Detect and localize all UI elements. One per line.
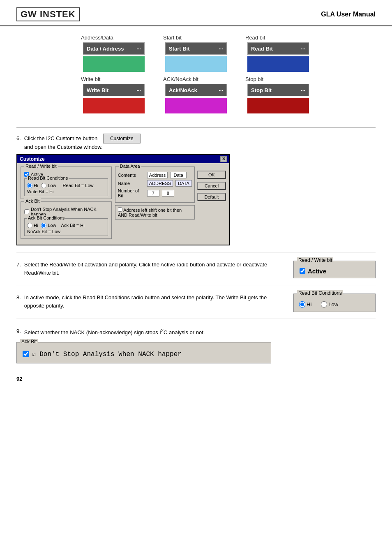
ack-group-title: Ack Bit (24, 199, 41, 204)
chips-row-2: Write bit Write Bit ··· ACK/NoAck bit Ac… (81, 76, 311, 113)
cust-buttons: OK Cancel Default (197, 171, 226, 220)
page-content: Address/Data Data / Address ··· Start bi… (0, 35, 392, 386)
chips-row-1: Address/Data Data / Address ··· Start bi… (81, 35, 311, 72)
ack-dont-stop-label: ☑ Don't Stop Analysis When NACK happer (32, 350, 182, 358)
logo-gw: GW INSTEK (21, 9, 76, 20)
ack-low-radio[interactable] (41, 223, 46, 228)
step-8: 8. In active mode, click the Read Bit Co… (16, 294, 376, 319)
chip-box-start-bit: Start Bit ··· (165, 42, 227, 55)
step-6: 6. Click the I2C Customize button Custom… (16, 134, 376, 252)
rbc-inner-row: Hi Low Read Bit = Low (27, 183, 105, 188)
chip-label-write-bit: Write bit (81, 76, 100, 82)
ack-bit-visual-content: ☑ Don't Stop Analysis When NACK happer (23, 350, 265, 358)
step7-num: 7. (16, 261, 21, 278)
ack-conditions-title: Ack Bit Conditions (27, 215, 65, 220)
dont-stop-checkbox[interactable] (24, 209, 29, 214)
number-of-bit-label: Number of Bit (118, 188, 145, 198)
address-shift-checkbox[interactable] (118, 207, 122, 212)
step8-text-block: 8. In active mode, click the Read Bit Co… (16, 294, 285, 311)
logo: GW INSTEK (16, 7, 80, 21)
chip-color-ack-noack-bit (165, 98, 227, 113)
rbc-visual: Read Bit Conditions Hi Low (293, 294, 376, 312)
ack-conditions-row: Hi Low Ack Bit = Hi (27, 223, 105, 228)
chip-color-stop-bit (247, 98, 309, 113)
chip-box-ack-noack-bit: Ack/NoAck ··· (165, 84, 227, 96)
chip-read-bit: Read bit Read Bit ··· (245, 35, 311, 72)
ack-bit-conditions-inner: Ack Bit Conditions Hi (24, 218, 108, 236)
write-bit-eq: Write Bit = Hi (27, 189, 105, 194)
rw-bit-visual-title: Read / Write bit (297, 257, 333, 263)
chip-label-stop-bit: Stop bit (245, 76, 263, 82)
chip-label-address-data: Address/Data (81, 35, 113, 41)
num-8: 8 (162, 190, 174, 197)
ack-bit-hi: Ack Bit = Hi (61, 223, 85, 228)
chip-box-read-bit: Read Bit ··· (247, 42, 309, 55)
dots-icon: ··· (136, 46, 141, 52)
rw-bit-visual-content: Active (300, 268, 369, 275)
chip-box-stop-bit: Stop Bit ··· (247, 84, 309, 96)
page-number: 92 (16, 376, 376, 386)
rbc-low-label[interactable]: Low (321, 301, 338, 308)
page-header: GW INSTEK GLA User Manual (0, 0, 392, 26)
dots-icon: ··· (219, 87, 223, 93)
step7-text-block: 7. Select the Read/Write bit activation … (16, 261, 285, 278)
ack-group-content: Don't Stop Analysis When NACK happen Ack… (24, 207, 108, 236)
step9-text-block: 9. Select whether the NACK (Non-acknowle… (16, 327, 376, 337)
rbc-visual-content: Hi Low (300, 301, 369, 308)
data-val: DATA (175, 180, 192, 187)
chip-ack-noack-bit: ACK/NoAck bit Ack/NoAck ··· (163, 76, 229, 113)
low-radio[interactable] (41, 183, 46, 188)
chip-address-data: Address/Data Data / Address ··· (81, 35, 147, 72)
rbc-low-radio[interactable] (321, 301, 327, 308)
da-header-row: Contents Address Data (118, 172, 192, 178)
default-button[interactable]: Default (197, 193, 226, 201)
cust-left: Read / Write bit Active Read Bit Conditi… (21, 166, 112, 241)
hi-radio-label[interactable]: Hi (27, 183, 38, 188)
chip-color-address-data (83, 56, 145, 72)
address-col-header: Address (147, 172, 168, 178)
window-close-button[interactable]: ✕ (220, 156, 227, 162)
read-write-bit-group: Read / Write bit Active Read Bit Conditi… (21, 166, 112, 199)
step6-text1: Click the I2C Customize button Customize (24, 134, 141, 143)
ok-button[interactable]: OK (197, 171, 226, 179)
address-shift-box: Address left shift one bit thenAND Read/… (115, 205, 195, 220)
ack-dont-stop-checkbox[interactable] (23, 351, 29, 357)
ack-hi-radio[interactable] (27, 223, 32, 228)
customize-body: Read / Write bit Active Read Bit Conditi… (17, 163, 229, 245)
step7-text: Select the Read/Write bit activation and… (24, 261, 285, 278)
chip-label-start-bit: Start bit (163, 35, 182, 41)
chip-start-bit: Start bit Start Bit ··· (163, 35, 229, 72)
step7-visual: Read / Write bit Active (293, 261, 376, 278)
rw-bit-visual: Read / Write bit Active (293, 261, 376, 278)
step8-text: In active mode, click the Read Bit Condi… (24, 294, 285, 311)
dots-icon: ··· (136, 87, 141, 93)
ack-bit-visual: Ack Bit ☑ Don't Stop Analysis When NACK … (16, 342, 271, 363)
read-bit-eq: Read Bit = Low (63, 183, 94, 188)
hi-radio[interactable] (27, 183, 32, 188)
rbc-hi-label[interactable]: Hi (300, 301, 311, 308)
step-7: 7. Select the Read/Write bit activation … (16, 261, 376, 285)
low-radio-label[interactable]: Low (41, 183, 56, 188)
ack-low-radio-label[interactable]: Low (41, 223, 56, 228)
ack-bit-visual-title: Ack Bit (20, 339, 38, 345)
rw-active-checkbox[interactable] (300, 268, 305, 274)
dots-icon: ··· (301, 46, 305, 52)
super2: 2 (161, 328, 164, 333)
customize-window: Customize ✕ Read / Write bit (16, 154, 230, 245)
rw-active-label: Active (308, 268, 326, 275)
data-col-header: Data (170, 172, 187, 178)
contents-label: Contents (118, 173, 145, 178)
name-label: Name (118, 181, 145, 186)
address-val: ADDRESS (147, 180, 173, 187)
da-numbit-row: Number of Bit 7 8 (118, 188, 192, 198)
chip-color-read-bit (247, 56, 309, 72)
ack-hi-radio-label[interactable]: Hi (27, 223, 38, 228)
chip-label-ack-noack-bit: ACK/NoAck bit (163, 76, 198, 82)
customize-titlebar: Customize ✕ (17, 155, 229, 163)
customize-button-inline[interactable]: Customize (103, 134, 141, 143)
rbc-hi-radio[interactable] (299, 301, 306, 308)
chip-label-read-bit: Read bit (245, 35, 265, 41)
manual-title: GLA User Manual (321, 11, 376, 18)
chip-box-write-bit: Write Bit ··· (83, 84, 145, 96)
cancel-button[interactable]: Cancel (197, 182, 226, 190)
